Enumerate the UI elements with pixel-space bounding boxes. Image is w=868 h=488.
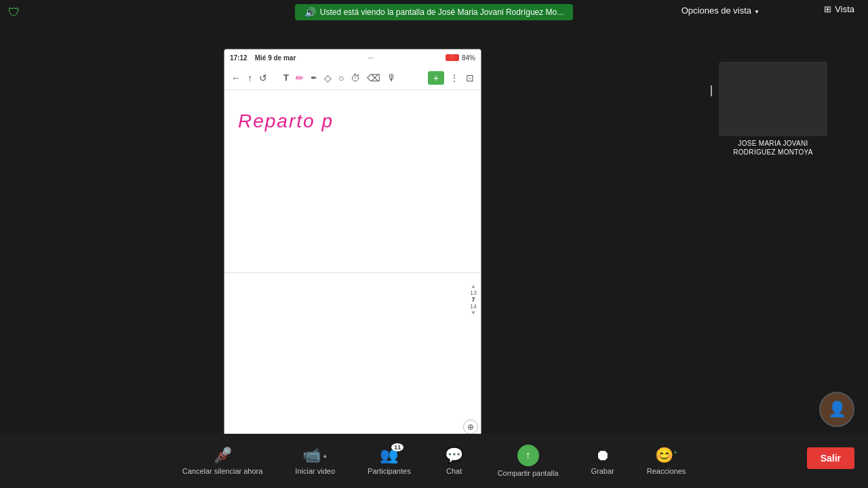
handwritten-text: Reparto p	[238, 110, 334, 132]
text-tool-icon[interactable]: T	[282, 71, 290, 84]
device-time: 17:12 Mié 9 de mar	[230, 54, 296, 62]
page-number-14: 14	[470, 303, 477, 310]
view-options-label: Opciones de vista	[682, 5, 751, 16]
self-avatar-container: 👤	[819, 392, 854, 427]
eraser-icon[interactable]: ⌫	[366, 71, 382, 85]
top-bar: 🔊 Usted está viendo la pantalla de José …	[0, 0, 868, 24]
chevron-down-icon	[754, 5, 760, 16]
participant-video-tile	[719, 62, 827, 136]
drawing-canvas[interactable]: Reparto p 13 7 14 ⊕	[224, 90, 481, 441]
speaker-icon: 🔊	[304, 7, 316, 18]
mute-icon: 🎤🚫	[214, 447, 232, 464]
vista-label: Vista	[835, 4, 854, 14]
page-number-13: 13	[470, 289, 477, 296]
pencil-tool-icon[interactable]: ✒	[309, 72, 319, 84]
more-options-icon[interactable]: ⋮	[448, 71, 460, 85]
device-battery-area: 🔴 84%	[446, 54, 475, 62]
back-icon[interactable]: ←	[230, 71, 242, 85]
participant-name-label: JOSE MARIA JOVANI RODRIGUEZ MONTOYA	[719, 139, 827, 157]
battery-icon: 🔴	[446, 54, 459, 61]
device-menu-dots: ···	[368, 54, 373, 62]
scroll-down-icon[interactable]	[471, 310, 476, 316]
mic-level-indicator	[711, 85, 712, 96]
reactions-label: Reacciones	[647, 467, 686, 475]
share-icon[interactable]: ↑	[246, 71, 254, 85]
self-avatar: 👤	[819, 392, 854, 427]
battery-level: 84%	[462, 54, 475, 62]
pen-tool-icon[interactable]: ✏	[294, 71, 305, 85]
shape-tool-icon[interactable]: ◇	[323, 71, 333, 85]
mic-bar-1	[711, 85, 712, 96]
mute-label: Cancelar silenciar ahora	[182, 467, 263, 475]
video-button[interactable]: 📹 Iniciar video	[279, 441, 351, 481]
participants-count: 11	[391, 443, 403, 451]
participants-button[interactable]: 👥 11 Participantes	[351, 441, 427, 481]
device-drawing-toolbar: ← ↑ ↺ T ✏ ✒ ◇ ○ ⏱ ⌫ 🎙 + ⋮ ⊡	[224, 66, 481, 90]
meeting-bottom-toolbar: 🎤🚫 Cancelar silenciar ahora 📹 Iniciar vi…	[0, 434, 868, 488]
record-icon: ⏺	[595, 447, 610, 464]
record-label: Grabar	[591, 467, 614, 475]
scroll-up-icon[interactable]	[471, 283, 476, 289]
video-label: Iniciar video	[295, 467, 335, 475]
share-screen-icon: ↑	[517, 445, 539, 466]
vista-button[interactable]: ⊞ Vista	[824, 4, 854, 14]
screen-share-banner: 🔊 Usted está viendo la pantalla de José …	[295, 4, 574, 20]
device-status-bar: 17:12 Mié 9 de mar ··· 🔴 84%	[224, 49, 481, 66]
mic-tool-icon[interactable]: 🎙	[386, 71, 398, 85]
view-options-button[interactable]: Opciones de vista	[682, 5, 760, 16]
participants-label: Participantes	[368, 467, 411, 475]
clock-tool-icon[interactable]: ⏱	[349, 71, 361, 85]
add-button[interactable]: +	[428, 71, 444, 85]
share-screen-label: Compartir pantalla	[498, 469, 559, 477]
banner-text: Usted está viendo la pantalla de José Ma…	[320, 7, 564, 17]
video-icon: 📹	[302, 447, 328, 464]
leave-button[interactable]: Salir	[807, 447, 854, 469]
crop-icon[interactable]: ⊡	[465, 71, 475, 85]
page-number-7: 7	[471, 296, 475, 303]
participant-video-panel: JOSE MARIA JOVANI RODRIGUEZ MONTOYA	[719, 62, 827, 157]
layout-icon: ⊞	[824, 4, 831, 14]
chat-icon: 💬	[445, 447, 463, 464]
reactions-button[interactable]: 😊+ Reacciones	[631, 441, 702, 481]
participants-icon: 👥 11	[380, 447, 398, 464]
canvas-divider	[224, 272, 481, 273]
chat-button[interactable]: 💬 Chat	[427, 441, 481, 481]
circle-tool-icon[interactable]: ○	[337, 71, 345, 85]
reactions-icon: 😊+	[655, 447, 677, 464]
chat-label: Chat	[446, 467, 462, 475]
zoom-button[interactable]: ⊕	[463, 420, 478, 434]
shared-screen-device: 17:12 Mié 9 de mar ··· 🔴 84% ← ↑ ↺ T ✏ ✒…	[224, 49, 481, 442]
record-button[interactable]: ⏺ Grabar	[575, 441, 631, 481]
mute-button[interactable]: 🎤🚫 Cancelar silenciar ahora	[166, 441, 279, 481]
undo-icon[interactable]: ↺	[258, 71, 269, 85]
security-shield-icon: 🛡	[8, 5, 20, 20]
share-screen-button[interactable]: ↑ Compartir pantalla	[481, 439, 575, 483]
main-content-area: 17:12 Mié 9 de mar ··· 🔴 84% ← ↑ ↺ T ✏ ✒…	[0, 24, 868, 434]
page-numbers: 13 7 14	[470, 283, 477, 316]
share-screen-bg: ↑	[517, 445, 539, 466]
